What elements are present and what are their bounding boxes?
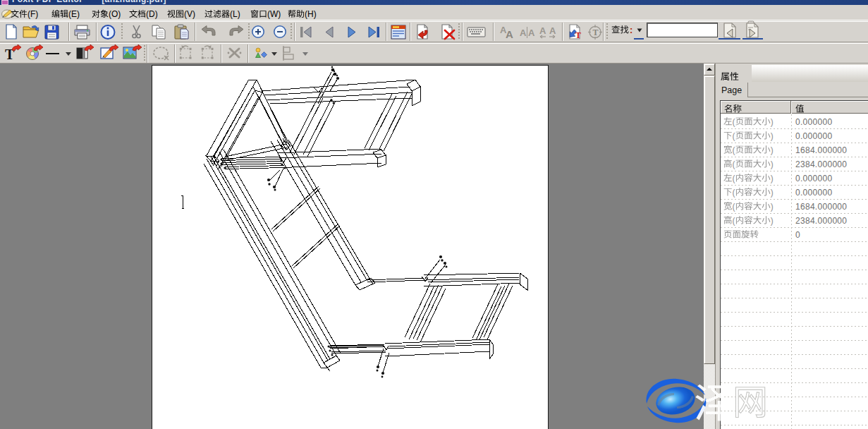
svg-text:A: A [520, 28, 527, 38]
svg-text:(: ( [733, 174, 735, 183]
svg-text:): ) [771, 117, 774, 127]
svg-text:T: T [575, 30, 581, 40]
svg-text:A: A [506, 28, 513, 40]
svg-text:(: ( [733, 117, 735, 127]
svg-text:(D): (D) [146, 9, 158, 19]
svg-text:A: A [528, 28, 535, 38]
svg-text:(O): (O) [109, 9, 121, 19]
svg-text:(E): (E) [68, 9, 80, 19]
svg-text:(: ( [733, 188, 735, 198]
svg-text:): ) [771, 174, 774, 183]
svg-text:(: ( [733, 145, 735, 155]
svg-text:(: ( [733, 159, 735, 169]
svg-text:1684.000000: 1684.000000 [795, 202, 847, 212]
svg-text:2384.000000: 2384.000000 [795, 159, 847, 169]
svg-text:(W): (W) [267, 9, 281, 19]
svg-text:0.000000: 0.000000 [795, 174, 832, 183]
svg-text:(: ( [733, 216, 735, 226]
svg-text:(V): (V) [184, 9, 195, 19]
svg-text:2384.000000: 2384.000000 [795, 216, 847, 226]
svg-text:): ) [771, 145, 774, 155]
svg-text:): ) [771, 202, 774, 212]
svg-text:): ) [771, 216, 774, 226]
svg-text:0.000000: 0.000000 [795, 117, 832, 127]
svg-text:A: A [549, 25, 556, 36]
svg-text:(H): (H) [305, 9, 317, 19]
svg-text:): ) [771, 131, 774, 141]
svg-text:(F): (F) [27, 9, 38, 19]
svg-text:1684.000000: 1684.000000 [795, 145, 847, 155]
svg-text:(: ( [733, 202, 735, 212]
svg-text:(: ( [733, 131, 735, 141]
svg-text:): ) [771, 159, 774, 169]
svg-text:A: A [539, 25, 546, 36]
svg-text:0: 0 [795, 230, 800, 240]
svg-text:Page: Page [721, 85, 742, 95]
svg-text:): ) [771, 188, 774, 198]
svg-text:0.000000: 0.000000 [795, 131, 832, 141]
svg-text:0.000000: 0.000000 [795, 188, 832, 198]
svg-text:(L): (L) [230, 9, 240, 19]
svg-text:T: T [593, 28, 599, 37]
